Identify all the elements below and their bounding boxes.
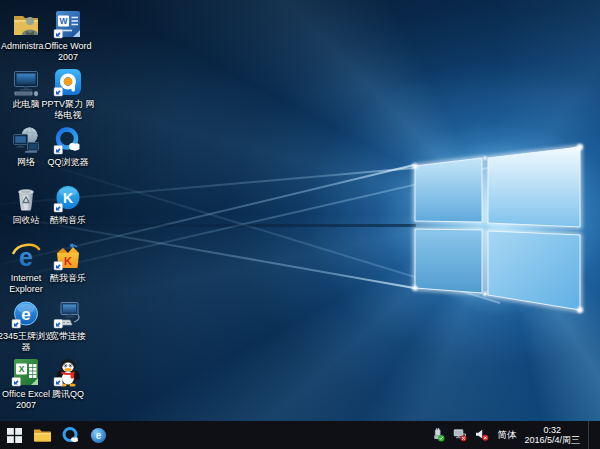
clock-date: 2016/5/4/周三: [524, 435, 580, 446]
desktop-icon-pptv[interactable]: PPTV聚力 网络电视: [38, 66, 98, 121]
shortcut-arrow-badge: [54, 320, 63, 329]
desktop-icon-label: Office Word 2007: [38, 41, 98, 63]
shortcut-arrow-badge: [54, 262, 63, 271]
desktop-wallpaper: Administra... W Office Word 20: [0, 0, 600, 421]
desktop-icon-kugou-music[interactable]: K 酷狗音乐: [38, 182, 98, 226]
shortcut-arrow-badge: [54, 88, 63, 97]
desktop-icon-label: 腾讯QQ: [38, 389, 98, 400]
desktop-icon-label: 宽带连接: [38, 331, 98, 342]
svg-text:e: e: [95, 430, 101, 441]
file-explorer-icon: [33, 427, 52, 443]
desktop-icon-tencent-qq[interactable]: 腾讯QQ: [38, 356, 98, 400]
show-desktop-button[interactable]: [588, 421, 592, 449]
office-word-icon: W: [38, 8, 98, 40]
network-disconnected-icon[interactable]: [453, 428, 467, 442]
taskbar-clock[interactable]: 0:32 2016/5/4/周三: [524, 425, 580, 446]
svg-text:K: K: [63, 190, 73, 206]
desktop-icon-label: 酷狗音乐: [38, 215, 98, 226]
shortcut-arrow-badge: [12, 378, 21, 387]
pptv-icon: [38, 66, 98, 98]
2345-browser-taskbar-icon: e: [90, 427, 107, 444]
desktop-icon-office-word[interactable]: W Office Word 2007: [38, 8, 98, 63]
desktop-icon-label: 酷我音乐: [38, 273, 98, 284]
start-button[interactable]: [0, 421, 28, 449]
qq-browser-taskbar-icon: [61, 426, 80, 445]
desktop-icon-broadband[interactable]: 宽带连接: [38, 298, 98, 342]
file-explorer-button[interactable]: [28, 421, 56, 449]
shortcut-arrow-badge: [54, 146, 63, 155]
2345-browser-button[interactable]: e: [84, 421, 112, 449]
qq-penguin-icon: [38, 356, 98, 388]
svg-text:K: K: [64, 255, 72, 267]
volume-muted-icon[interactable]: [475, 428, 489, 442]
qq-browser-icon: [38, 124, 98, 156]
svg-text:X: X: [19, 364, 25, 374]
shortcut-arrow-badge: [54, 204, 63, 213]
ime-language-indicator[interactable]: 简体: [497, 429, 516, 442]
shortcut-arrow-badge: [54, 378, 63, 387]
windows-hero-logo-icon: [400, 128, 600, 328]
qq-browser-button[interactable]: [56, 421, 84, 449]
desktop-icon-kuwo-music[interactable]: K 酷我音乐: [38, 240, 98, 284]
kuwo-music-icon: K: [38, 240, 98, 272]
safely-remove-hardware-icon[interactable]: [431, 428, 445, 442]
desktop-icon-label: QQ浏览器: [38, 157, 98, 168]
kugou-music-icon: K: [38, 182, 98, 214]
system-tray: 简体 0:32 2016/5/4/周三: [431, 421, 600, 449]
shortcut-arrow-badge: [12, 320, 21, 329]
shortcut-arrow-badge: [54, 30, 63, 39]
windows-start-icon: [7, 428, 22, 443]
desktop-icon-qq-browser[interactable]: QQ浏览器: [38, 124, 98, 168]
clock-time: 0:32: [524, 425, 580, 436]
svg-text:e: e: [21, 305, 30, 324]
taskbar: e: [0, 421, 600, 449]
broadband-connection-icon: [38, 298, 98, 330]
desktop-icon-label: PPTV聚力 网络电视: [38, 99, 98, 121]
svg-text:W: W: [59, 16, 68, 26]
